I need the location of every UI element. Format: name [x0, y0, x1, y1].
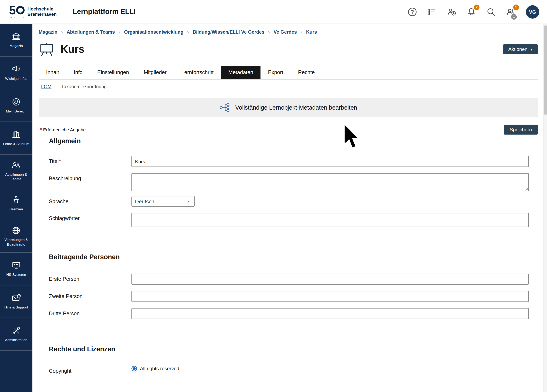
monitor-icon: [12, 261, 21, 270]
sidebar-item-abteilungen-teams[interactable]: Abteilungen & Teams: [0, 155, 33, 187]
sidebar-item-label: Wichtige Infos: [5, 76, 27, 81]
smiley-icon: [12, 97, 21, 107]
beschreibung-textarea[interactable]: [131, 173, 529, 191]
full-metadata-banner[interactable]: Vollständige Lernobjekt-Metadaten bearbe…: [39, 98, 538, 117]
sidebar-item-label: Gremien: [9, 207, 23, 211]
breadcrumb-link[interactable]: Organisationsentwicklung: [124, 30, 183, 35]
top-header: 5 1975 – 2025 Hochschule Bremerhaven Ler…: [0, 0, 547, 24]
chevron-right-icon: ›: [268, 30, 270, 35]
form-row-dritte-person: Dritte Person: [49, 308, 529, 319]
sidebar-item-lehre-studium[interactable]: Lehre & Studium: [0, 122, 33, 155]
actions-button[interactable]: Aktionen ▾: [503, 44, 538, 54]
vertical-scrollbar[interactable]: [544, 24, 547, 392]
sidebar-item-gremien[interactable]: Gremien: [0, 187, 33, 220]
tools-icon: [12, 326, 21, 335]
sidebar-item-administration[interactable]: Administration: [0, 318, 33, 351]
tab-metadaten[interactable]: Metadaten: [221, 66, 260, 79]
app-title: Lernplattform ELLI: [73, 8, 136, 16]
sidebar-item-label: Magazin: [9, 43, 23, 48]
copyright-option-label: All rights reserved: [140, 366, 179, 371]
app-window: 5 1975 – 2025 Hochschule Bremerhaven Ler…: [0, 0, 547, 392]
caret-down-icon: ▾: [531, 47, 533, 52]
sidebar-item-magazin[interactable]: Magazin: [0, 24, 33, 56]
online-badge-bottom: 1: [511, 14, 517, 20]
breadcrumb-link[interactable]: Abteilungen & Teams: [67, 30, 115, 35]
people-icon: [12, 161, 21, 170]
tab-inhalt[interactable]: Inhalt: [39, 66, 66, 79]
titel-input[interactable]: [131, 156, 529, 167]
copyright-radio[interactable]: [131, 366, 137, 371]
tab-mitglieder[interactable]: Mitglieder: [136, 66, 174, 79]
dritte-person-input[interactable]: [131, 308, 529, 319]
user-clock-icon[interactable]: [447, 7, 457, 16]
scrollbar-thumb[interactable]: [544, 25, 547, 115]
sprache-selected-value: Deutsch: [135, 198, 154, 204]
breadcrumb-link[interactable]: Ve Gerdes: [274, 30, 297, 35]
form-row-titel: Titel*: [49, 156, 529, 167]
podium-icon: [12, 195, 21, 205]
online-users-icon[interactable]: 1 1: [506, 7, 515, 16]
logo-50-mark: 5 1975 – 2025: [9, 5, 25, 19]
erste-person-input[interactable]: [131, 274, 529, 285]
main-sidebar: Magazin Wichtige Infos Mein Bereich Le: [0, 24, 33, 392]
subtab-taxonomiezuordnung[interactable]: Taxonomiezuordnung: [61, 84, 107, 89]
zweite-person-label: Zweite Person: [49, 291, 131, 299]
breadcrumb-link[interactable]: Bildung/Wissen/ELLI Ve Gerdes: [193, 30, 264, 35]
form-row-copyright: Copyright All rights reserved: [49, 366, 529, 374]
tab-export[interactable]: Export: [260, 66, 291, 79]
sidebar-item-label: Lehre & Studium: [3, 142, 29, 146]
sidebar-item-hs-systeme[interactable]: HS-Systeme: [0, 253, 33, 285]
erste-person-label: Erste Person: [49, 274, 131, 282]
chevron-right-icon: ›: [301, 30, 302, 35]
bell-icon[interactable]: 2: [467, 7, 476, 16]
sidebar-item-hilfe-support[interactable]: ? Hilfe & Support: [0, 285, 33, 318]
page-title: Kurs: [60, 43, 84, 55]
tab-bar: Inhalt Info Einstellungen Mitglieder Ler…: [39, 66, 538, 79]
subtab-bar: LOM Taxonomiezuordnung: [39, 84, 538, 89]
logo-five: 5: [9, 5, 16, 15]
titel-label: Titel*: [49, 156, 131, 164]
breadcrumb-link[interactable]: Kurs: [306, 30, 317, 35]
breadcrumb-link[interactable]: Magazin: [39, 30, 57, 35]
sidebar-item-vertretungen[interactable]: Vertretungen & Beauftragte: [0, 220, 33, 253]
subtab-lom[interactable]: LOM: [41, 84, 51, 89]
section-divider: [42, 329, 529, 329]
help-icon[interactable]: ?: [408, 7, 417, 16]
beschreibung-label: Beschreibung: [49, 173, 131, 181]
question-mark-icon: ?: [408, 7, 417, 16]
metadata-nodes-icon: [219, 103, 230, 113]
chevron-right-icon: ›: [187, 30, 189, 35]
sidebar-item-wichtige-infos[interactable]: Wichtige Infos: [0, 57, 33, 89]
tab-info[interactable]: Info: [66, 66, 90, 79]
tab-rechte[interactable]: Rechte: [291, 66, 322, 79]
required-asterisk: *: [40, 127, 42, 132]
full-metadata-link: Vollständige Lernobjekt-Metadaten bearbe…: [235, 104, 357, 111]
sidebar-item-label: Administration: [5, 338, 27, 342]
required-note-row: * Erforderliche Angabe Speichern: [39, 125, 538, 135]
books-icon: [12, 130, 21, 139]
tab-lernfortschritt[interactable]: Lernfortschritt: [174, 66, 221, 79]
sidebar-item-mein-bereich[interactable]: Mein Bereich: [0, 89, 33, 122]
schlagwoerter-input[interactable]: [131, 213, 529, 227]
university-logo[interactable]: 5 1975 – 2025 Hochschule Bremerhaven: [9, 5, 57, 19]
form-row-beschreibung: Beschreibung: [49, 173, 529, 193]
copyright-label: Copyright: [49, 366, 131, 374]
save-button[interactable]: Speichern: [504, 125, 538, 135]
sidebar-item-label: Abteilungen & Teams: [1, 172, 31, 181]
tab-einstellungen[interactable]: Einstellungen: [90, 66, 136, 79]
section-heading-allgemein: Allgemein: [49, 137, 529, 145]
mail-question-icon: ?: [12, 293, 21, 303]
user-avatar[interactable]: VG: [526, 5, 539, 19]
sidebar-item-label: Vertretungen & Beauftragte: [1, 237, 31, 246]
list-icon[interactable]: [428, 7, 437, 16]
chevron-right-icon: ›: [61, 30, 63, 35]
chevron-right-icon: ›: [119, 30, 120, 35]
header-icon-bar: ? 2: [408, 5, 539, 19]
zweite-person-input[interactable]: [131, 291, 529, 302]
main-content: Magazin › Abteilungen & Teams › Organisa…: [33, 24, 544, 392]
required-note: Erforderliche Angabe: [43, 127, 86, 132]
search-icon[interactable]: [486, 7, 496, 16]
sprache-label: Sprache: [49, 196, 131, 204]
sprache-select[interactable]: Deutsch ⌄: [131, 196, 195, 206]
logo-zero-ring: [16, 6, 25, 14]
